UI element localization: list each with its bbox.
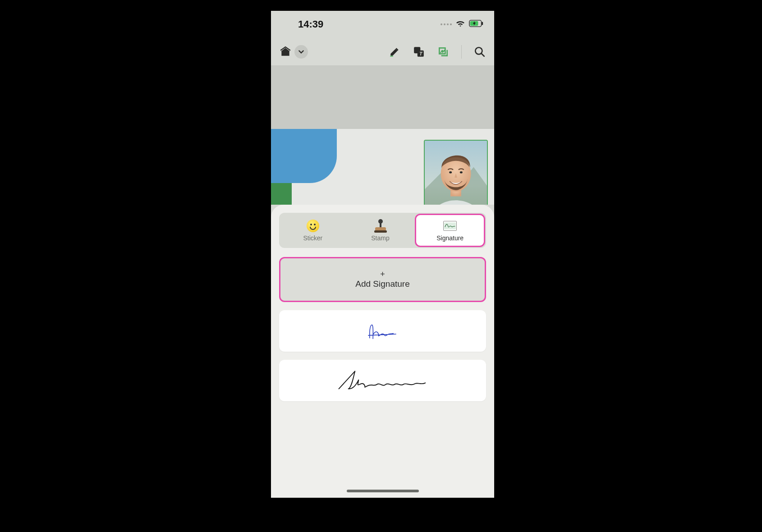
- svg-point-13: [460, 171, 463, 174]
- highlighter-tool-button[interactable]: [388, 46, 401, 58]
- cellular-dots-icon: [441, 23, 452, 25]
- app-toolbar: T: [271, 38, 494, 66]
- tab-stamp[interactable]: Stamp: [347, 213, 414, 248]
- tab-signature[interactable]: Signature: [415, 214, 485, 247]
- svg-rect-3: [390, 55, 393, 56]
- saved-signature-2[interactable]: [279, 360, 486, 401]
- status-bar: 14:39: [271, 11, 494, 38]
- svg-point-12: [449, 171, 452, 174]
- plus-icon: +: [380, 270, 385, 278]
- toolbar-right: T: [388, 45, 486, 59]
- dropdown-button[interactable]: [294, 45, 308, 59]
- home-button[interactable]: [279, 46, 292, 58]
- tab-signature-label: Signature: [436, 234, 464, 242]
- document-viewport[interactable]: [271, 66, 494, 205]
- toolbar-left: [279, 45, 308, 59]
- battery-charging-icon: [469, 20, 483, 29]
- status-right: [441, 19, 483, 29]
- tab-sticker[interactable]: Sticker: [279, 213, 347, 248]
- tab-sticker-label: Sticker: [303, 234, 322, 242]
- search-button[interactable]: [473, 46, 486, 58]
- profile-photo[interactable]: [424, 140, 488, 205]
- saved-signature-1[interactable]: [279, 310, 486, 352]
- add-signature-label: Add Signature: [355, 279, 409, 289]
- insert-type-tabs: Sticker Stamp: [279, 213, 486, 248]
- svg-rect-1: [482, 22, 483, 25]
- page-decoration-blue: [271, 129, 337, 183]
- tab-stamp-label: Stamp: [371, 234, 389, 242]
- add-signature-button[interactable]: + Add Signature: [279, 257, 486, 302]
- home-indicator[interactable]: [347, 490, 419, 492]
- stage: 14:39: [0, 0, 762, 532]
- phone-screen: 14:39: [271, 11, 494, 498]
- stamp-tool-button[interactable]: [437, 46, 450, 58]
- text-tool-button[interactable]: T: [413, 46, 425, 58]
- signature-tab-icon: [443, 219, 457, 233]
- toolbar-divider: [461, 45, 462, 59]
- wifi-icon: [455, 19, 465, 29]
- signature-sheet: Sticker Stamp: [271, 205, 494, 498]
- status-time: 14:39: [298, 18, 323, 30]
- stamp-icon: [374, 219, 387, 233]
- smiley-icon: [306, 219, 320, 233]
